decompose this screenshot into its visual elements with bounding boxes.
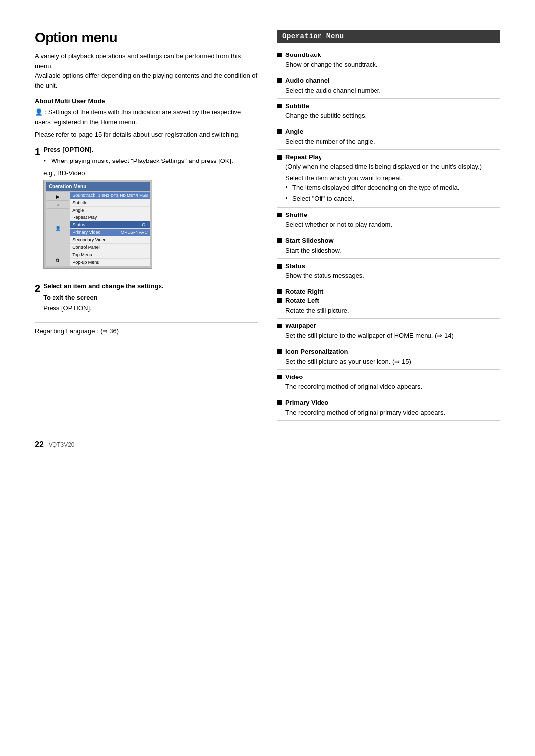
menu-screenshot: Operation Menu ▶ ♪ 👤 ✿ bbox=[43, 180, 152, 269]
step-2-number: 2 bbox=[35, 282, 40, 294]
to-exit-title: To exit the screen bbox=[43, 294, 258, 301]
op-item-angle-title: Angle bbox=[277, 128, 500, 135]
icon-row-3: 👤 bbox=[47, 224, 69, 232]
angle-icon bbox=[277, 129, 282, 134]
op-item-subtitle-title: Subtitle bbox=[277, 102, 500, 109]
op-item-slideshow: Start Slideshow Start the slideshow. bbox=[277, 233, 500, 259]
op-item-video-desc: The recording method of original video a… bbox=[277, 382, 500, 392]
page-number: 22 bbox=[35, 440, 44, 449]
intro-line-1: A variety of playback operations and set… bbox=[35, 52, 258, 71]
menu-row-status: Status Off bbox=[70, 221, 150, 229]
icon-personalization-icon bbox=[277, 349, 282, 354]
repeat-play-icon bbox=[277, 155, 282, 160]
shuffle-icon bbox=[277, 213, 282, 217]
icon-row-5: ✿ bbox=[47, 256, 69, 264]
op-item-subtitle: Subtitle Change the subtitle settings. bbox=[277, 99, 500, 124]
subtitle-icon bbox=[277, 104, 282, 108]
repeat-bullet-0: The items displayed differ depending on … bbox=[285, 183, 500, 193]
step-1-label: Press [OPTION]. bbox=[43, 146, 258, 153]
about-multi-icon-row: 👤 : Settings of the items with this indi… bbox=[35, 108, 258, 127]
menu-row-secondary-video: Secondary Video bbox=[70, 236, 150, 244]
regarding-text: Regarding Language : (⇒ 36) bbox=[35, 327, 258, 335]
menu-row-soundtrack: Soundtrack 1 ENG DTS-HD METR Multi bbox=[70, 192, 150, 199]
op-item-wallpaper: Wallpaper Set the still picture to the w… bbox=[277, 319, 500, 344]
icon-row-2: ♪ bbox=[47, 201, 69, 209]
icon-row-4 bbox=[47, 232, 69, 256]
op-item-rotate-right-title: Rotate Right bbox=[277, 288, 500, 295]
op-item-rotate-desc: Rotate the still picture. bbox=[277, 306, 500, 316]
step-2-label: Select an item and change the settings. bbox=[43, 282, 258, 290]
op-item-shuffle: Shuffle Select whether or not to play ra… bbox=[277, 208, 500, 233]
page-code: VQT3V20 bbox=[49, 441, 75, 448]
left-column: Option menu A variety of playback operat… bbox=[35, 30, 258, 335]
intro-line-2: Available options differ depending on th… bbox=[35, 71, 258, 90]
to-exit-section: To exit the screen Press [OPTION]. bbox=[43, 294, 258, 313]
step-1-bullet-0: When playing music, select "Playback Set… bbox=[43, 156, 258, 166]
op-item-primary-video-desc: The recording method of original primary… bbox=[277, 408, 500, 418]
menu-row-popup-menu: Pop-up Menu bbox=[70, 259, 150, 266]
op-item-icon-personalization: Icon Personalization Set the still pictu… bbox=[277, 344, 500, 370]
op-item-angle: Angle Select the number of the angle. bbox=[277, 124, 500, 150]
op-item-status: Status Show the status messages. bbox=[277, 259, 500, 284]
op-item-shuffle-title: Shuffle bbox=[277, 211, 500, 218]
slideshow-icon bbox=[277, 238, 282, 243]
rotate-right-icon bbox=[277, 289, 282, 294]
op-item-slideshow-desc: Start the slideshow. bbox=[277, 246, 500, 256]
menu-screenshot-icons: ▶ ♪ 👤 ✿ bbox=[46, 192, 70, 266]
video-icon bbox=[277, 375, 282, 379]
icon-row-1: ▶ bbox=[47, 193, 69, 201]
op-item-angle-desc: Select the number of the angle. bbox=[277, 137, 500, 147]
op-item-icon-personalization-title: Icon Personalization bbox=[277, 348, 500, 355]
op-item-audio-channel-desc: Select the audio channel number. bbox=[277, 86, 500, 96]
step-1-number: 1 bbox=[35, 146, 40, 158]
menu-screenshot-body: ▶ ♪ 👤 ✿ Soundtrack 1 ENG DTS-HD ME bbox=[46, 192, 150, 266]
op-item-video: Video The recording method of original v… bbox=[277, 370, 500, 395]
step-1: 1 Press [OPTION]. When playing music, se… bbox=[35, 146, 258, 276]
menu-row-control-panel: Control Panel bbox=[70, 244, 150, 251]
about-multi-section: About Multi User Mode 👤 : Settings of th… bbox=[35, 97, 258, 140]
rotate-left-icon bbox=[277, 298, 282, 303]
menu-row-angle: Angle bbox=[70, 207, 150, 214]
wallpaper-icon bbox=[277, 324, 282, 328]
right-column: Operation Menu Soundtrack Show or change… bbox=[277, 30, 500, 421]
eg-label: e.g., BD-Video bbox=[43, 169, 258, 177]
operation-menu-header: Operation Menu bbox=[277, 30, 500, 43]
step-1-content: Press [OPTION]. When playing music, sele… bbox=[43, 146, 258, 276]
about-multi-refer: Please refer to page 15 for details abou… bbox=[35, 130, 258, 140]
menu-row-primary-video: Primary Video MPEG-4 AVC bbox=[70, 229, 150, 236]
intro-paragraph: A variety of playback operations and set… bbox=[35, 52, 258, 90]
op-item-slideshow-title: Start Slideshow bbox=[277, 237, 500, 244]
op-item-wallpaper-title: Wallpaper bbox=[277, 322, 500, 329]
menu-screenshot-rows: Soundtrack 1 ENG DTS-HD METR Multi Subti… bbox=[70, 192, 150, 266]
icon-row-spacer bbox=[47, 209, 69, 224]
op-item-audio-channel-title: Audio channel bbox=[277, 77, 500, 84]
op-item-repeat-play-desc: (Only when the elapsed time is being dis… bbox=[277, 162, 500, 203]
step-2-content: Select an item and change the settings. … bbox=[43, 282, 258, 315]
op-item-repeat-play: Repeat Play (Only when the elapsed time … bbox=[277, 150, 500, 208]
op-item-subtitle-desc: Change the subtitle settings. bbox=[277, 111, 500, 121]
op-item-primary-video: Primary Video The recording method of or… bbox=[277, 395, 500, 421]
divider-1 bbox=[35, 322, 258, 323]
menu-row-top-menu: Top Menu bbox=[70, 251, 150, 259]
op-item-icon-personalization-desc: Set the still picture as your user icon.… bbox=[277, 357, 500, 367]
about-multi-title: About Multi User Mode bbox=[35, 97, 258, 105]
op-item-shuffle-desc: Select whether or not to play random. bbox=[277, 220, 500, 230]
op-item-status-title: Status bbox=[277, 262, 500, 270]
op-item-status-desc: Show the status messages. bbox=[277, 271, 500, 281]
page-title: Option menu bbox=[35, 30, 258, 46]
audio-channel-icon bbox=[277, 78, 282, 83]
op-item-video-title: Video bbox=[277, 373, 500, 380]
op-item-soundtrack-desc: Show or change the soundtrack. bbox=[277, 60, 500, 70]
op-item-rotate-left-title: Rotate Left bbox=[277, 297, 500, 304]
op-item-soundtrack-title: Soundtrack bbox=[277, 51, 500, 58]
operation-menu-items: Soundtrack Show or change the soundtrack… bbox=[277, 48, 500, 421]
page-container: Option menu A variety of playback operat… bbox=[35, 30, 500, 449]
menu-row-subtitle: Subtitle bbox=[70, 199, 150, 207]
soundtrack-icon bbox=[277, 53, 282, 57]
op-item-rotate: Rotate Right Rotate Left Rotate the stil… bbox=[277, 284, 500, 319]
op-item-repeat-play-title: Repeat Play bbox=[277, 153, 500, 161]
status-icon bbox=[277, 264, 282, 269]
op-item-wallpaper-desc: Set the still picture to the wallpaper o… bbox=[277, 331, 500, 341]
op-item-audio-channel: Audio channel Select the audio channel n… bbox=[277, 73, 500, 99]
step-2: 2 Select an item and change the settings… bbox=[35, 282, 258, 315]
